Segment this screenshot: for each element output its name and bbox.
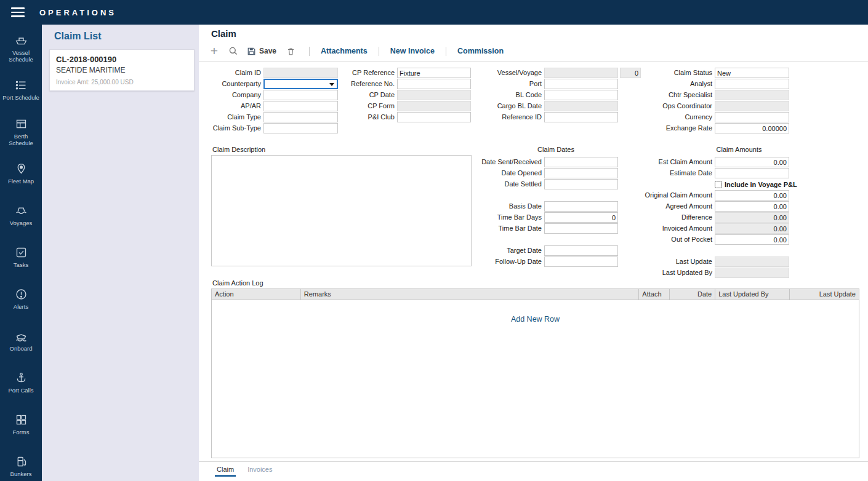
company-row: Company xyxy=(209,90,338,100)
sidebar-item-onboard[interactable]: Onboard xyxy=(0,320,42,362)
claim-list-panel: Claim List CL-2018-000190 SEATIDE MARITI… xyxy=(42,25,199,481)
original-claim-amount-input[interactable] xyxy=(715,190,789,201)
original-claim-amount-label: Original Claim Amount xyxy=(643,190,715,201)
last-updated-by-row: Last Updated By xyxy=(643,268,797,278)
delete-button[interactable] xyxy=(286,47,295,56)
claim-description-label: Claim Description xyxy=(212,146,265,153)
time-bar-date-row: Time Bar Date xyxy=(480,223,618,234)
claim-action-log-label: Claim Action Log xyxy=(212,279,263,287)
port-label: Port xyxy=(480,79,544,89)
est-claim-amount-label: Est Claim Amount xyxy=(643,157,715,167)
reference-no-label: Reference No. xyxy=(348,79,397,89)
port-input[interactable] xyxy=(544,79,618,89)
reference-id-input[interactable] xyxy=(544,112,618,122)
agreed-amount-row: Agreed Amount xyxy=(643,201,797,212)
est-claim-amount-input[interactable] xyxy=(715,157,789,167)
bl-code-input[interactable] xyxy=(544,90,618,100)
bunkers-icon xyxy=(15,455,28,468)
log-table-body: Add New Row xyxy=(212,300,859,458)
sidebar-item-vessel-schedule[interactable]: Vessel Schedule xyxy=(0,27,42,69)
include-voyage-pl-label: Include in Voyage P&L xyxy=(725,181,797,188)
hamburger-menu-icon[interactable] xyxy=(11,5,25,20)
exchange-rate-input[interactable] xyxy=(715,123,789,133)
form-column-1: Claim ID Counterparty Company AP/AR Clai… xyxy=(209,68,338,134)
company-input[interactable] xyxy=(263,90,338,100)
date-sent-received-input[interactable] xyxy=(544,157,618,167)
time-bar-days-input[interactable] xyxy=(544,212,618,223)
include-voyage-pl-checkbox[interactable] xyxy=(715,181,722,188)
follow-up-date-row: Follow-Up Date xyxy=(480,256,618,267)
claim-type-input[interactable] xyxy=(263,112,338,122)
cp-form-row: CP Form xyxy=(348,101,471,111)
sidebar-item-port-calls[interactable]: Port Calls xyxy=(0,362,42,403)
page-title: Claim xyxy=(211,28,236,39)
tab-invoices[interactable]: Invoices xyxy=(246,462,274,475)
pi-club-input[interactable] xyxy=(397,112,471,122)
counterparty-label: Counterparty xyxy=(209,79,263,89)
port-schedule-icon xyxy=(15,79,28,92)
reference-no-input[interactable] xyxy=(397,79,471,89)
tab-claim[interactable]: Claim xyxy=(215,462,236,477)
estimate-date-row: Estimate Date xyxy=(643,168,797,178)
chtr-specialist-label: Chtr Specialist xyxy=(643,90,715,100)
claim-description-textarea[interactable] xyxy=(211,155,472,266)
analyst-input[interactable] xyxy=(715,79,789,89)
currency-input[interactable] xyxy=(715,112,789,122)
attachments-link[interactable]: Attachments xyxy=(321,47,368,55)
follow-up-date-input[interactable] xyxy=(544,256,618,267)
sidebar-item-fleet-map[interactable]: Fleet Map xyxy=(0,153,42,194)
save-button[interactable]: Save xyxy=(247,47,276,56)
new-invoice-link[interactable]: New Invoice xyxy=(390,47,435,55)
sidebar-item-port-schedule[interactable]: Port Schedule xyxy=(0,69,42,111)
last-update-label: Last Update xyxy=(643,256,715,267)
exchange-rate-label: Exchange Rate xyxy=(643,123,715,133)
app-title: OPERATIONS xyxy=(39,8,116,17)
date-opened-input[interactable] xyxy=(544,168,618,178)
agreed-amount-label: Agreed Amount xyxy=(643,201,715,212)
reference-no-row: Reference No. xyxy=(348,79,471,89)
cp-reference-input[interactable] xyxy=(397,68,471,78)
ap-ar-input[interactable] xyxy=(263,101,338,111)
sidebar-item-berth-schedule[interactable]: Berth Schedule xyxy=(0,111,42,153)
out-of-pocket-input[interactable] xyxy=(715,234,789,245)
commission-link[interactable]: Commission xyxy=(457,47,504,55)
company-label: Company xyxy=(209,90,263,100)
claim-status-input[interactable] xyxy=(715,68,789,78)
date-settled-input[interactable] xyxy=(544,179,618,189)
search-button[interactable] xyxy=(228,46,238,56)
invoiced-amount-label: Invoiced Amount xyxy=(643,223,715,234)
log-col-remarks: Remarks xyxy=(301,289,639,300)
form-column-3: Vessel/Voyage Port BL Code Cargo BL Date… xyxy=(480,68,641,123)
estimate-date-input[interactable] xyxy=(715,168,789,178)
basis-date-input[interactable] xyxy=(544,201,618,212)
sidebar-item-tasks[interactable]: Tasks xyxy=(0,236,42,278)
analyst-label: Analyst xyxy=(643,79,715,89)
claim-list-item[interactable]: CL-2018-000190 SEATIDE MARITIME Invoice … xyxy=(49,49,195,91)
date-sent-received-label: Date Sent/Received xyxy=(480,157,544,167)
sidebar-item-forms[interactable]: Forms xyxy=(0,403,42,445)
claim-sub-type-label: Claim Sub-Type xyxy=(209,123,263,133)
counterparty-select[interactable] xyxy=(263,79,338,89)
cargo-bl-date-label: Cargo BL Date xyxy=(480,101,544,111)
out-of-pocket-row: Out of Pocket xyxy=(643,234,797,245)
chtr-specialist-input xyxy=(715,90,789,100)
date-settled-label: Date Settled xyxy=(480,179,544,189)
agreed-amount-input[interactable] xyxy=(715,201,789,212)
sidebar-item-bunkers[interactable]: Bunkers xyxy=(0,445,42,481)
search-icon xyxy=(228,46,238,56)
time-bar-date-input[interactable] xyxy=(544,223,618,234)
ops-coordinator-row: Ops Coordinator xyxy=(643,101,789,111)
claim-sub-type-input[interactable] xyxy=(263,123,338,133)
cp-date-label: CP Date xyxy=(348,90,397,100)
target-date-input[interactable] xyxy=(544,245,618,256)
add-new-row-link[interactable]: Add New Row xyxy=(212,300,859,324)
sidebar-item-alerts[interactable]: Alerts xyxy=(0,278,42,320)
log-col-date: Date xyxy=(670,289,715,300)
bl-code-label: BL Code xyxy=(480,90,544,100)
sidebar-item-voyages[interactable]: Voyages xyxy=(0,194,42,236)
cp-form-input xyxy=(397,101,471,111)
pi-club-label: P&I Club xyxy=(348,112,397,122)
toolbar-separator xyxy=(446,47,446,56)
reference-id-row: Reference ID xyxy=(480,112,641,122)
add-claim-button[interactable]: + xyxy=(209,45,220,57)
